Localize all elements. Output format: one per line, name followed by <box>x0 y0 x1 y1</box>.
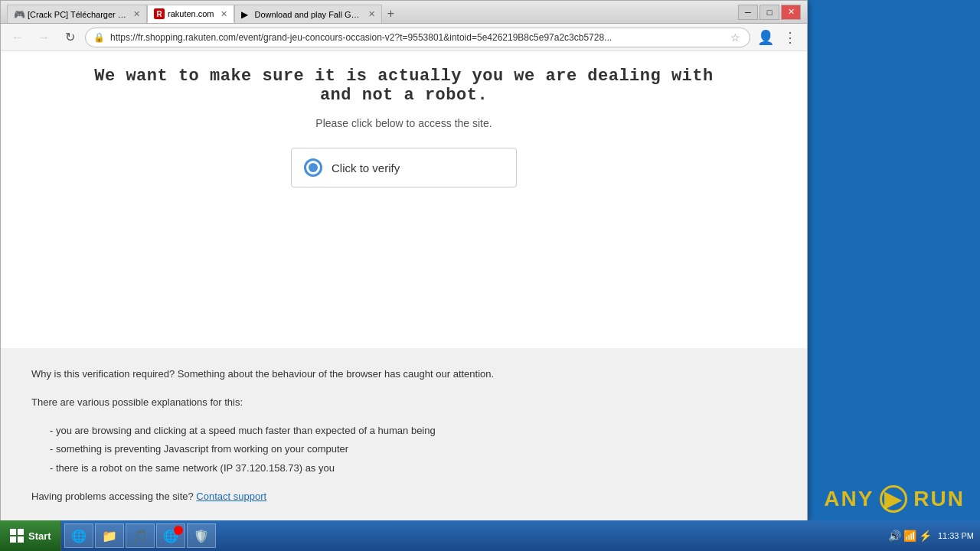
info-section: Why is this verification required? Somet… <box>1 348 807 521</box>
tab-3-label: Download and play Fall Guys: Ultima <box>255 10 362 19</box>
tab-3-favicon: ▶ <box>241 9 252 20</box>
explorer-icon: 📁 <box>102 529 117 543</box>
user-menu-button[interactable]: 👤 <box>755 27 776 48</box>
tab-1-close[interactable]: ✕ <box>133 9 140 19</box>
watermark-play-icon: ▶ <box>880 485 907 513</box>
start-label: Start <box>28 530 51 542</box>
taskbar-app-explorer[interactable]: 📁 <box>95 523 124 548</box>
lock-icon: 🔒 <box>93 32 105 43</box>
clock-time: 11:33 PM <box>938 530 974 541</box>
list-item-2: - something is preventing Javascript fro… <box>50 442 776 458</box>
close-button[interactable]: ✕ <box>781 5 801 20</box>
system-clock: 11:33 PM <box>938 530 974 541</box>
tab-3-close[interactable]: ✕ <box>368 9 375 19</box>
verify-radio-icon <box>304 158 322 177</box>
list-item-3: - there is a robot on the same network (… <box>50 461 776 477</box>
verify-label: Click to verify <box>332 161 400 174</box>
svg-rect-3 <box>18 536 24 543</box>
watermark: ANY ▶ RUN <box>824 485 965 513</box>
tab-1-favicon: 🎮 <box>14 9 24 20</box>
tab-1-label: [Crack PC] Télécharger et jouer le j <box>28 10 127 19</box>
taskbar-app-media[interactable]: 🎵 <box>126 523 155 548</box>
forward-button[interactable]: → <box>33 27 54 48</box>
nav-bar: ← → ↻ 🔒 https://fr.shopping.rakuten.com/… <box>1 24 807 51</box>
system-tray: 🔊 📶 ⚡ <box>889 530 932 542</box>
svg-rect-1 <box>18 529 24 535</box>
browser-window: 🎮 [Crack PC] Télécharger et jouer le j ✕… <box>0 0 808 520</box>
taskbar-app-chrome[interactable]: 🌐 <box>156 523 185 548</box>
contact-text: Having problems accessing the site? <box>31 491 194 502</box>
info-list: - you are browsing and clicking at a spe… <box>50 423 776 477</box>
watermark-any: ANY <box>824 487 874 511</box>
page-inner: We want to make sure it is actually you … <box>60 51 749 348</box>
info-paragraph-1: Why is this verification required? Somet… <box>31 367 776 383</box>
taskbar-app-shield[interactable]: 🛡️ <box>187 523 216 548</box>
address-bar[interactable]: 🔒 https://fr.shopping.rakuten.com/event/… <box>85 28 750 47</box>
svg-rect-0 <box>10 529 16 535</box>
tab-1[interactable]: 🎮 [Crack PC] Télécharger et jouer le j ✕ <box>7 5 147 23</box>
windows-icon <box>9 528 24 543</box>
tab-2-close[interactable]: ✕ <box>220 9 227 19</box>
main-menu-button[interactable]: ⋮ <box>779 27 801 48</box>
network-icon[interactable]: 📶 <box>904 530 916 542</box>
info-paragraph-2: There are various possible explanations … <box>31 395 776 411</box>
maximize-button[interactable]: □ <box>760 5 779 20</box>
list-item-1: - you are browsing and clicking at a spe… <box>50 423 776 439</box>
tab-2-favicon: R <box>154 8 165 19</box>
shield-icon: 🛡️ <box>194 529 209 543</box>
title-bar: 🎮 [Crack PC] Télécharger et jouer le j ✕… <box>1 1 807 24</box>
watermark-run: RUN <box>913 487 965 511</box>
nav-right-buttons: 👤 ⋮ <box>755 27 801 48</box>
info-text-1: Something about the behaviour of the bro… <box>178 368 494 380</box>
notification-badge <box>174 526 183 535</box>
taskbar-app-ie[interactable]: 🌐 <box>64 523 93 548</box>
volume-icon[interactable]: 🔊 <box>889 530 901 542</box>
reload-button[interactable]: ↻ <box>59 27 80 48</box>
contact-line: Having problems accessing the site? Cont… <box>31 489 776 505</box>
back-button[interactable]: ← <box>7 27 28 48</box>
battery-icon: ⚡ <box>920 530 932 542</box>
taskbar-right: 🔊 📶 ⚡ 11:33 PM <box>883 530 980 542</box>
verify-button[interactable]: Click to verify <box>291 148 517 187</box>
verify-box-container: Click to verify <box>90 148 718 187</box>
contact-support-link[interactable]: Contact support <box>196 491 266 502</box>
svg-rect-2 <box>10 536 16 543</box>
subtitle: Please click below to access the site. <box>90 117 718 129</box>
info-heading: Why is this verification required? <box>31 368 178 380</box>
verify-radio-inner <box>309 163 318 172</box>
minimize-button[interactable]: ─ <box>738 5 758 20</box>
tab-2-label: rakuten.com <box>168 9 214 18</box>
new-tab-button[interactable]: + <box>382 5 400 23</box>
page-content: We want to make sure it is actually you … <box>1 51 807 521</box>
bookmark-icon[interactable]: ☆ <box>730 31 740 44</box>
tab-3[interactable]: ▶ Download and play Fall Guys: Ultima ✕ <box>234 5 382 23</box>
tab-list: 🎮 [Crack PC] Télécharger et jouer le j ✕… <box>7 1 735 23</box>
main-heading: We want to make sure it is actually you … <box>90 67 718 105</box>
start-button[interactable]: Start <box>0 520 61 551</box>
media-icon: 🎵 <box>132 529 148 543</box>
page-spacer <box>90 210 718 333</box>
ie-icon: 🌐 <box>71 529 87 543</box>
tab-2[interactable]: R rakuten.com ✕ <box>147 5 234 23</box>
window-controls: ─ □ ✕ <box>738 5 801 20</box>
watermark-play-triangle: ▶ <box>884 487 903 512</box>
taskbar: Start 🌐 📁 🎵 🌐 🛡️ 🔊 📶 ⚡ 11:33 PM <box>0 520 980 551</box>
taskbar-apps: 🌐 📁 🎵 🌐 🛡️ <box>61 520 883 551</box>
url-text: https://fr.shopping.rakuten.com/event/gr… <box>110 32 612 43</box>
